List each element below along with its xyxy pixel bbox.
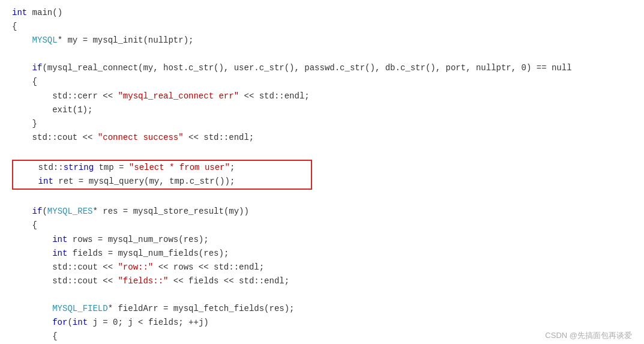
code-line: MYSQL* my = mysql_init(nullptr);: [12, 34, 632, 47]
code-line: }: [12, 117, 632, 131]
code-line: std::cout << "fields::" << fields << std…: [12, 274, 632, 288]
code-line: int ret = mysql_query(my, tmp.c_str());: [18, 175, 306, 189]
watermark: CSDN @先搞面包再谈爱: [545, 330, 632, 342]
code-line: if(MYSQL_RES* res = mysql_store_result(m…: [12, 205, 632, 219]
code-line: {: [12, 330, 632, 343]
code-line: {: [12, 219, 632, 232]
code-line: int fields = mysql_num_fields(res);: [12, 247, 632, 261]
code-line: int rows = mysql_num_rows(res);: [12, 233, 632, 247]
code-line: if(mysql_real_connect(my, host.c_str(), …: [12, 61, 632, 75]
code-line: [12, 191, 632, 205]
code-line: std::string tmp = "select * from user";: [18, 161, 306, 175]
code-line: [12, 47, 632, 61]
code-line: std::cerr << "mysql_real_connect err" <<…: [12, 89, 632, 103]
highlighted-block: std::string tmp = "select * from user"; …: [12, 160, 312, 190]
code-line: std::cout << "connect success" << std::e…: [12, 131, 632, 145]
code-container: int main(){ MYSQL* my = mysql_init(nullp…: [0, 0, 644, 344]
code-line: {: [12, 20, 632, 34]
code-line: MYSQL_FIELD* fieldArr = mysql_fetch_fiel…: [12, 302, 632, 316]
code-line: exit(1);: [12, 103, 632, 117]
code-line: int main(): [12, 6, 632, 20]
code-line: {: [12, 75, 632, 89]
code-line: [12, 288, 632, 302]
code-line: for(int j = 0; j < fields; ++j): [12, 316, 632, 330]
code-block: int main(){ MYSQL* my = mysql_init(nullp…: [12, 6, 632, 343]
code-line: [12, 145, 632, 158]
code-line: std::cout << "row::" << rows << std::end…: [12, 261, 632, 274]
